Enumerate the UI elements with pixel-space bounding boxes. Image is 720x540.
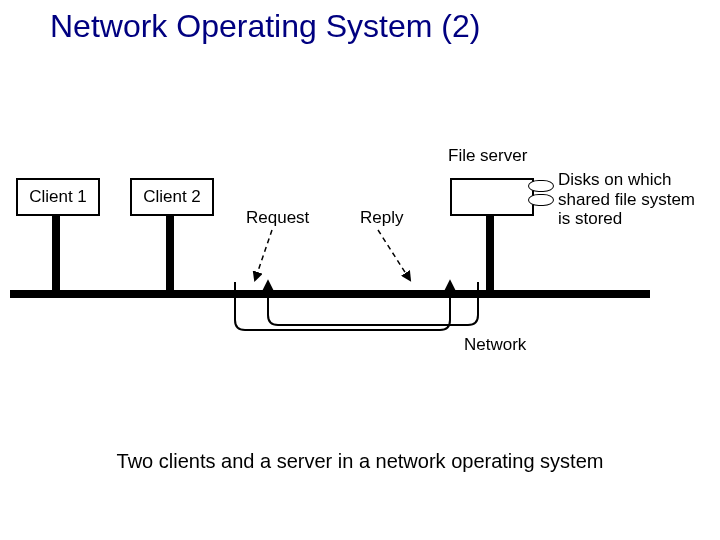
network-diagram: Client 1 Client 2 File server Request Re… bbox=[10, 140, 710, 400]
fileserver-box bbox=[450, 178, 534, 216]
request-label: Request bbox=[246, 208, 309, 228]
disks-label: Disks on which shared file system is sto… bbox=[558, 170, 695, 229]
disks-icon bbox=[528, 180, 554, 208]
reply-path bbox=[268, 282, 478, 325]
client2-label: Client 2 bbox=[143, 187, 201, 207]
reply-pointer bbox=[378, 230, 410, 280]
caption-text: Two clients and a server in a network op… bbox=[0, 450, 720, 473]
reply-label: Reply bbox=[360, 208, 403, 228]
fileserver-label: File server bbox=[448, 146, 527, 166]
client2-box: Client 2 bbox=[130, 178, 214, 216]
network-label: Network bbox=[464, 335, 526, 355]
request-pointer bbox=[255, 230, 272, 280]
client1-stem bbox=[52, 214, 60, 290]
fileserver-stem bbox=[486, 214, 494, 290]
client2-stem bbox=[166, 214, 174, 290]
client1-label: Client 1 bbox=[29, 187, 87, 207]
network-bus bbox=[10, 290, 650, 298]
page-title: Network Operating System (2) bbox=[50, 8, 480, 45]
client1-box: Client 1 bbox=[16, 178, 100, 216]
